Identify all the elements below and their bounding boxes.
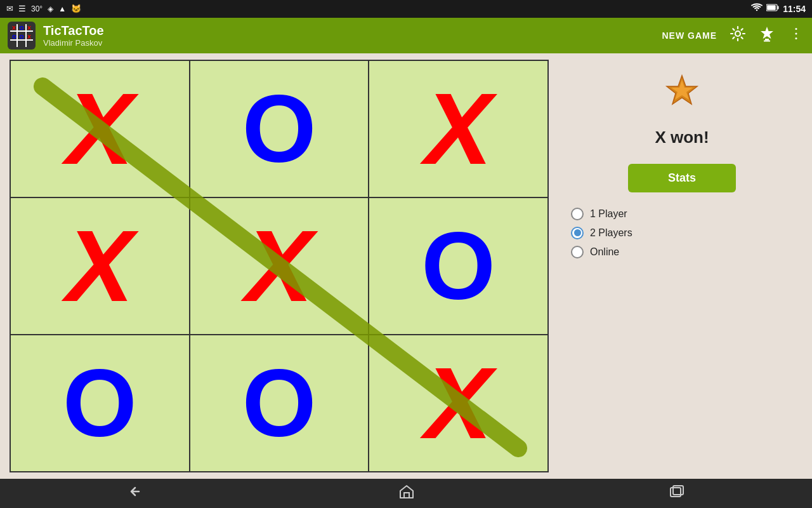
radio-2players[interactable] bbox=[571, 227, 584, 239]
status-right: 11:54 bbox=[751, 3, 806, 14]
menu-icon: ☰ bbox=[18, 4, 26, 13]
win-message: X won! bbox=[655, 128, 709, 147]
svg-text:O: O bbox=[12, 34, 16, 40]
notification-icon: ✉ bbox=[6, 4, 13, 13]
mode-2players-label: 2 Players bbox=[590, 227, 632, 239]
trophy-icon bbox=[663, 72, 701, 117]
recents-button[interactable] bbox=[668, 484, 686, 503]
svg-rect-18 bbox=[796, 32, 797, 34]
cell-2[interactable]: X bbox=[369, 61, 547, 197]
svg-text:X: X bbox=[27, 25, 31, 31]
cell-6-value: O bbox=[63, 356, 137, 451]
more-options-icon[interactable] bbox=[788, 25, 804, 46]
svg-text:X: X bbox=[27, 34, 31, 40]
status-left: ✉ ☰ 30° ◈ ▲ 🐱 bbox=[6, 4, 81, 13]
svg-rect-15 bbox=[765, 39, 769, 41]
mode-1player[interactable]: 1 Player bbox=[571, 208, 632, 220]
stats-button[interactable]: Stats bbox=[628, 164, 736, 192]
radio-1player[interactable] bbox=[571, 208, 584, 220]
cell-8[interactable]: X bbox=[369, 335, 547, 471]
settings-icon[interactable] bbox=[730, 25, 746, 46]
top-bar-actions: NEW GAME bbox=[662, 25, 804, 46]
cell-2-value: X bbox=[424, 78, 492, 180]
cell-7[interactable]: O bbox=[190, 335, 369, 471]
mode-2players[interactable]: 2 Players bbox=[571, 227, 632, 239]
app-title-block: TicTacToe Vladimir Paskov bbox=[43, 23, 654, 48]
new-game-button[interactable]: NEW GAME bbox=[662, 30, 717, 41]
cell-5-value: O bbox=[421, 218, 495, 314]
app-subtitle: Vladimir Paskov bbox=[43, 38, 654, 48]
app-title: TicTacToe bbox=[43, 23, 654, 38]
signal-icon: ◈ bbox=[48, 4, 53, 13]
upload-icon: ▲ bbox=[58, 4, 66, 13]
svg-text:O: O bbox=[20, 34, 24, 40]
radio-online[interactable] bbox=[571, 246, 584, 258]
cell-4-value: X bbox=[246, 215, 313, 317]
wifi-icon bbox=[751, 3, 763, 14]
home-button[interactable] bbox=[398, 484, 416, 503]
main-content: X O X X X O O bbox=[0, 53, 812, 479]
svg-rect-1 bbox=[778, 6, 779, 10]
cell-3[interactable]: X bbox=[11, 198, 189, 334]
app-icon-small: 🐱 bbox=[71, 4, 81, 13]
mode-1player-label: 1 Player bbox=[590, 208, 627, 220]
cell-7-value: O bbox=[242, 356, 317, 451]
mode-options: 1 Player 2 Players Online bbox=[565, 208, 632, 258]
cell-5[interactable]: O bbox=[369, 198, 547, 334]
svg-text:O: O bbox=[20, 25, 24, 31]
right-panel: X won! Stats 1 Player 2 Players bbox=[558, 60, 806, 472]
mode-online[interactable]: Online bbox=[571, 246, 632, 258]
status-bar: ✉ ☰ 30° ◈ ▲ 🐱 11:54 bbox=[0, 0, 812, 18]
battery-icon bbox=[766, 4, 779, 13]
cell-1[interactable]: O bbox=[190, 61, 369, 197]
svg-point-14 bbox=[735, 31, 740, 36]
cell-6[interactable]: O bbox=[11, 335, 189, 471]
cell-8-value: X bbox=[424, 352, 492, 454]
app-icon: X O X O O X bbox=[8, 22, 36, 50]
back-button[interactable] bbox=[126, 484, 145, 503]
game-board[interactable]: X O X X X O O bbox=[10, 60, 549, 472]
time-display: 11:54 bbox=[783, 4, 806, 14]
mode-online-label: Online bbox=[590, 246, 619, 258]
cell-0-value: X bbox=[66, 78, 134, 180]
svg-rect-19 bbox=[796, 37, 797, 39]
cell-3-value: X bbox=[66, 215, 134, 317]
cell-0[interactable]: X bbox=[11, 61, 189, 197]
radio-2players-inner bbox=[574, 229, 581, 236]
top-bar: X O X O O X TicTacToe Vladimir Paskov NE… bbox=[0, 18, 812, 53]
svg-rect-23 bbox=[404, 493, 409, 498]
bottom-nav bbox=[0, 479, 812, 508]
svg-rect-2 bbox=[767, 6, 776, 11]
achievement-icon[interactable] bbox=[759, 25, 775, 46]
cell-4[interactable]: X bbox=[190, 198, 369, 334]
svg-rect-17 bbox=[796, 28, 797, 30]
cell-1-value: O bbox=[242, 81, 317, 177]
svg-rect-16 bbox=[764, 40, 770, 41]
svg-text:X: X bbox=[12, 25, 16, 31]
temperature-label: 30° bbox=[31, 4, 43, 13]
board-container: X O X X X O O bbox=[6, 60, 552, 472]
